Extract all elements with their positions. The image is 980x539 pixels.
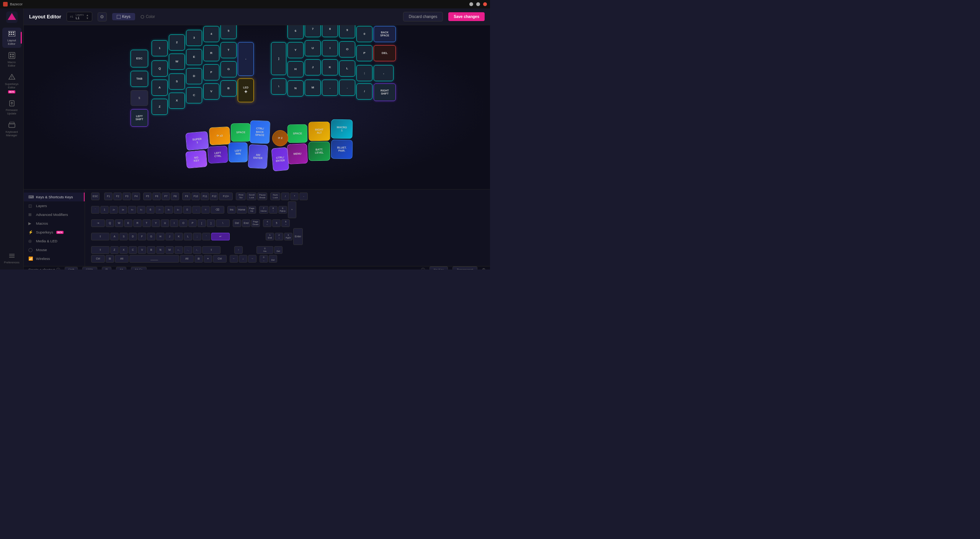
discard-changes-button[interactable]: Discard changes bbox=[403, 12, 443, 21]
sidebar-item-layout-editor[interactable]: Layout Editor bbox=[2, 28, 21, 48]
key-space-right[interactable]: SPACE bbox=[287, 124, 308, 143]
key-backslash[interactable]: \ bbox=[271, 78, 286, 95]
key-ralt[interactable]: RIGHTALT bbox=[309, 122, 330, 141]
minimize-button[interactable] bbox=[469, 2, 473, 6]
std-key-f5[interactable]: F5 bbox=[143, 193, 152, 200]
std-key-n7[interactable]: 7₇ bbox=[155, 206, 164, 214]
key-nokey[interactable]: NOKEY bbox=[185, 150, 207, 169]
key-h[interactable]: H bbox=[287, 61, 304, 77]
std-key-right[interactable]: → bbox=[248, 255, 256, 263]
std-key-f10[interactable]: F10 bbox=[191, 193, 200, 200]
std-key-np1[interactable]: 1End bbox=[266, 233, 274, 240]
sidebar-item-preferences[interactable]: Preferences bbox=[2, 250, 21, 266]
std-key-l[interactable]: L bbox=[184, 233, 192, 240]
std-key-period[interactable]: - , bbox=[184, 246, 192, 254]
key-del[interactable]: DEL bbox=[374, 45, 396, 61]
std-key-u[interactable]: U bbox=[161, 219, 169, 227]
panel-nav-layers[interactable]: ◫ Layers bbox=[24, 201, 85, 210]
layer-selector[interactable]: #1 Layers L1 ▲ ▼ bbox=[67, 12, 92, 21]
key-lwin[interactable]: LEFTWIN bbox=[229, 142, 248, 163]
std-key-np5[interactable]: 5 bbox=[272, 219, 281, 227]
std-key-s[interactable]: S bbox=[119, 233, 128, 240]
std-key-pause[interactable]: PauseBreak bbox=[257, 193, 267, 200]
key-s3[interactable]: ⟳ s3 bbox=[209, 127, 230, 145]
key-period[interactable]: . bbox=[339, 80, 355, 96]
key-r[interactable]: R bbox=[203, 45, 219, 61]
sidebar-item-macro-editor[interactable]: MacroEditor bbox=[2, 49, 21, 70]
key-dash-left[interactable]: - bbox=[238, 42, 254, 76]
std-key-x[interactable]: X bbox=[119, 246, 128, 254]
std-key-caps[interactable]: ⇪ bbox=[91, 233, 109, 240]
std-key-b[interactable]: B bbox=[147, 246, 155, 254]
std-key-n0[interactable]: 0 bbox=[183, 206, 191, 214]
key-bracket-right[interactable]: ] bbox=[271, 42, 286, 75]
std-key-pgdn[interactable]: PageDown bbox=[251, 219, 260, 227]
std-key-c[interactable]: C bbox=[129, 246, 137, 254]
std-key-g[interactable]: G bbox=[147, 233, 155, 240]
std-key-n4[interactable]: 4₄ bbox=[128, 206, 136, 214]
panel-nav-keys-shortcuts[interactable]: ⌨ Keys & Shortcuts Keys bbox=[24, 193, 85, 201]
key-semicolon[interactable]: ; bbox=[356, 65, 372, 81]
std-key-k[interactable]: K bbox=[175, 233, 183, 240]
std-key-np6[interactable]: 6→ bbox=[281, 219, 290, 227]
std-key-f[interactable]: F bbox=[138, 233, 146, 240]
key-z[interactable]: Z bbox=[152, 99, 168, 115]
win-modifier-btn[interactable]: ⊞ bbox=[102, 267, 111, 270]
key-alt-enter[interactable]: Alt/ENTER bbox=[248, 144, 268, 169]
key-ctrl-enter[interactable]: CTRL/ENTER bbox=[271, 147, 289, 171]
key-n[interactable]: N bbox=[287, 80, 304, 96]
key-super1[interactable]: SUPER1 bbox=[185, 131, 209, 151]
std-key-t[interactable]: T bbox=[142, 219, 151, 227]
std-key-rshift[interactable]: ⇧ bbox=[202, 246, 220, 254]
std-key-v[interactable]: V bbox=[138, 246, 146, 254]
key-lctrl[interactable]: LEFTCTRL bbox=[207, 146, 228, 164]
settings-button[interactable]: ⚙ bbox=[98, 12, 107, 21]
std-key-j[interactable]: J bbox=[165, 233, 174, 240]
std-key-np8[interactable]: 8↑ bbox=[269, 206, 278, 214]
key-a[interactable]: A bbox=[152, 80, 168, 96]
sidebar-item-keyboard-manager[interactable]: KeyboardManager bbox=[2, 119, 21, 139]
key-b[interactable]: B bbox=[220, 80, 237, 96]
key-i[interactable]: I bbox=[322, 40, 338, 56]
key-m[interactable]: M bbox=[305, 80, 321, 96]
std-key-ins[interactable]: Ins bbox=[227, 206, 236, 214]
ctrl-modifier-btn[interactable]: CTRL bbox=[82, 267, 97, 270]
key-y[interactable]: Y bbox=[287, 42, 304, 58]
key-3[interactable]: 3 bbox=[186, 30, 202, 46]
panel-nav-mouse[interactable]: ◯ Mouse bbox=[24, 245, 85, 254]
std-key-np-star[interactable]: * bbox=[290, 193, 299, 200]
key-q[interactable]: Q bbox=[152, 60, 168, 77]
std-key-np-slash[interactable]: / bbox=[281, 193, 289, 200]
tab-keys[interactable]: Keys bbox=[112, 13, 135, 20]
key-f[interactable]: F bbox=[203, 64, 219, 80]
std-key-f4[interactable]: F4 bbox=[132, 193, 140, 200]
std-key-ralt[interactable]: Alt bbox=[180, 255, 194, 263]
key-bluet[interactable]: BLUET.PAIR. bbox=[331, 140, 353, 159]
std-key-backtick[interactable]: ` bbox=[91, 206, 100, 214]
std-key-n6[interactable]: 6 bbox=[146, 206, 155, 214]
key-w[interactable]: W bbox=[169, 54, 185, 70]
key-t[interactable]: T bbox=[220, 42, 237, 58]
key-2[interactable]: 2 bbox=[169, 34, 185, 51]
key-v[interactable]: V bbox=[203, 83, 219, 100]
std-key-np2[interactable]: 2↓ bbox=[275, 233, 283, 240]
std-key-up[interactable]: ↑ bbox=[234, 246, 243, 254]
key-tab[interactable]: TAB bbox=[131, 71, 148, 87]
std-key-n1[interactable]: 1 bbox=[100, 206, 109, 214]
std-key-left[interactable]: ← bbox=[230, 255, 238, 263]
std-key-menu[interactable]: ≡ bbox=[204, 255, 212, 263]
std-key-n9[interactable]: 9₉ bbox=[174, 206, 182, 214]
std-key-a[interactable]: A bbox=[110, 233, 119, 240]
std-key-f9[interactable]: F9 bbox=[182, 193, 191, 200]
key-ctrl-backspace[interactable]: CTRL/BACKSPACE bbox=[250, 120, 270, 144]
no-key-button[interactable]: No Key bbox=[430, 266, 448, 270]
key-9[interactable]: 9 bbox=[339, 25, 355, 38]
std-key-f3[interactable]: F3 bbox=[122, 193, 131, 200]
key-p[interactable]: P bbox=[356, 45, 372, 61]
key-comma-r[interactable]: , bbox=[374, 65, 394, 81]
key-menu[interactable]: MENU bbox=[287, 144, 308, 165]
std-key-end[interactable]: End bbox=[242, 219, 250, 227]
key-backspace[interactable]: BACKSPACE bbox=[374, 26, 396, 42]
std-key-np9[interactable]: 9PgUp bbox=[278, 206, 287, 214]
panel-nav-advanced-modifiers[interactable]: ⊞ Advanced Modifiers bbox=[24, 210, 85, 219]
